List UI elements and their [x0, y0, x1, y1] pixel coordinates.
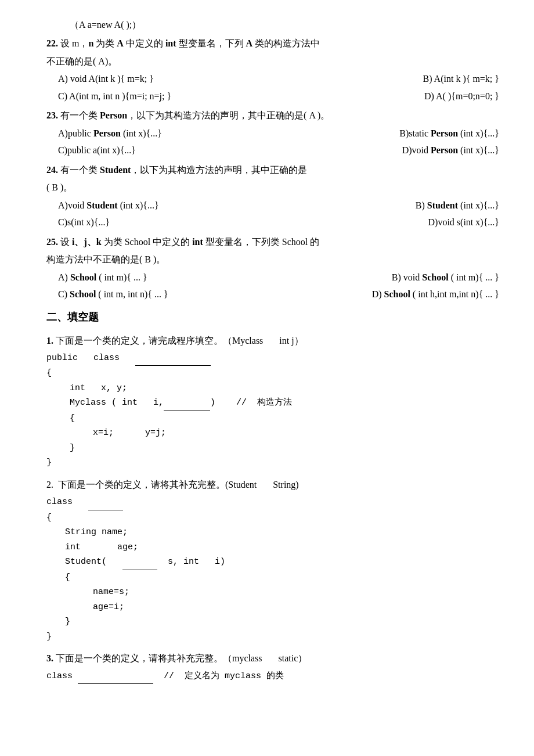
q22-options2: C) A(int m, int n ){m=i; n=j; } D) A( ){… [46, 89, 499, 104]
q25-text: 25. 设 i、j、k 为类 School 中定义的 int 型变量名，下列类 … [46, 235, 499, 250]
fill2-line3: String name; [46, 525, 499, 540]
fill2-line9: } [46, 614, 499, 629]
q22-text-cont: 不正确的是( A)。 [46, 54, 499, 69]
q24-optB: B) Student (int x){...} [416, 198, 499, 213]
q24-text-cont: ( B )。 [46, 180, 499, 195]
q25-optC: C) School ( int m, int n){ ... } [58, 287, 197, 302]
fill1-line3: int x, y; [46, 381, 499, 396]
q24-optD: D)void s(int x){...} [428, 215, 499, 230]
fill2-intro-text: 下面是一个类的定义，请将其补充完整。(Student String) [58, 480, 299, 489]
section2-title-text: 二、填空题 [46, 311, 99, 323]
q24-options2: C)s(int x){...} D)void s(int x){...} [46, 215, 499, 230]
fill2-intro: 2. 下面是一个类的定义，请将其补充完整。(Student String) [46, 477, 499, 492]
fill2-line1: class [46, 495, 499, 510]
fill1-line8: } [46, 455, 499, 470]
q25-optD: D) School ( int h,int m,int n){ ... } [372, 287, 499, 302]
fill1-line5: { [46, 411, 499, 426]
fill1-blank2 [164, 395, 210, 411]
q23-optB: B)static Person (int x){...} [399, 126, 499, 141]
q25-optA: A) School ( int m){ ... } [58, 270, 197, 285]
q23-optC: C)public a(int x){...} [58, 143, 221, 158]
q22-options: A) void A(int k ){ m=k; } B) A(int k ){ … [46, 71, 499, 87]
fill2-line6: { [46, 570, 499, 585]
q22-optD: D) A( ){m=0;n=0; } [424, 89, 499, 104]
q23-text-body: 有一个类 Person，以下为其构造方法的声明，其中正确的是( A )。 [60, 110, 330, 120]
fill1-line4: Myclass ( int i, ) // 构造方法 [46, 395, 499, 411]
fill2-blank1 [88, 495, 123, 510]
q22-text: 22. 设 m，n 为类 A 中定义的 int 型变量名，下列 A 类的构造方法… [46, 36, 499, 51]
fill2-line5: Student( s, int i) [46, 555, 499, 570]
q22-optA: A) void A(int k ){ m=k; } [58, 71, 209, 87]
q25-text-cont: 构造方法中不正确的是( B )。 [46, 252, 499, 267]
fill2-line4: int age; [46, 540, 499, 555]
q25-number: 25. [46, 237, 58, 247]
fill2-number: 2. [46, 480, 56, 489]
q25-options1: A) School ( int m){ ... } B) void School… [46, 270, 499, 285]
fill3-intro: 3. 下面是一个类的定义，请将其补充完整。（myclass static） [46, 651, 499, 666]
q24-optA: A)void Student (int x){...} [58, 198, 221, 213]
q23-options1: A)public Person (int x){...} B)static Pe… [46, 126, 499, 141]
fill2-line7: name=s; [46, 585, 499, 600]
fill2-line2: { [46, 510, 499, 525]
fill3-line1: class // 定义名为 myclass 的类 [46, 669, 499, 685]
fill2-code: class { String name; int age; Student( s… [46, 495, 499, 644]
q22-number: 22. [46, 38, 58, 48]
q24-text-body: 有一个类 Student，以下为其构造方法的声明，其中正确的是 [60, 165, 307, 175]
q24-number: 24. [46, 165, 58, 175]
q24-text: 24. 有一个类 Student，以下为其构造方法的声明，其中正确的是 [46, 163, 499, 178]
q22-optB: B) A(int k ){ m=k; } [423, 71, 500, 87]
fill1-line1: public class [46, 351, 499, 366]
fill3-blank1 [78, 669, 153, 685]
fill2-blank2 [122, 555, 157, 570]
fill1-line7: } [46, 441, 499, 456]
fill3-intro-text: 下面是一个类的定义，请将其补充完整。（myclass static） [56, 653, 307, 663]
q22-text-pre: 设 m，n 为类 A 中定义的 int 型变量名，下列 A 类的构造方法中 [60, 38, 320, 48]
q23-optD: D)void Person (int x){...} [402, 143, 499, 158]
fill1-line6: x=i; y=j; [46, 426, 499, 441]
intro-line: （A a=new A( );） [46, 17, 499, 33]
q25-options2: C) School ( int m, int n){ ... } D) Scho… [46, 287, 499, 302]
section2-title: 二、填空题 [46, 309, 499, 326]
q23-optA: A)public Person (int x){...} [58, 126, 221, 141]
fill1-intro-text: 下面是一个类的定义，请完成程序填空。（Myclass int j） [56, 336, 304, 345]
page-content: （A a=new A( );） 22. 设 m，n 为类 A 中定义的 int … [46, 17, 499, 684]
q25-text-body: 设 i、j、k 为类 School 中定义的 int 型变量名，下列类 Scho… [60, 237, 319, 247]
q23-text: 23. 有一个类 Person，以下为其构造方法的声明，其中正确的是( A )。 [46, 108, 499, 123]
q25-optB: B) void School ( int m){ ... } [392, 270, 499, 285]
q24-optC: C)s(int x){...} [58, 215, 221, 230]
fill1-blank1 [135, 351, 211, 366]
fill3-code: class // 定义名为 myclass 的类 [46, 669, 499, 685]
fill2-line10: } [46, 629, 499, 645]
fill1-number: 1. [46, 336, 53, 345]
fill3-number: 3. [46, 653, 53, 663]
q24-options1: A)void Student (int x){...} B) Student (… [46, 198, 499, 213]
fill1-code: public class { int x, y; Myclass ( int i… [46, 351, 499, 470]
fill1-line2: { [46, 366, 499, 381]
q23-number: 23. [46, 110, 58, 120]
q22-optC: C) A(int m, int n ){m=i; n=j; } [58, 89, 209, 104]
fill1-intro: 1. 下面是一个类的定义，请完成程序填空。（Myclass int j） [46, 333, 499, 348]
fill2-line8: age=i; [46, 600, 499, 615]
q23-options2: C)public a(int x){...} D)void Person (in… [46, 143, 499, 158]
